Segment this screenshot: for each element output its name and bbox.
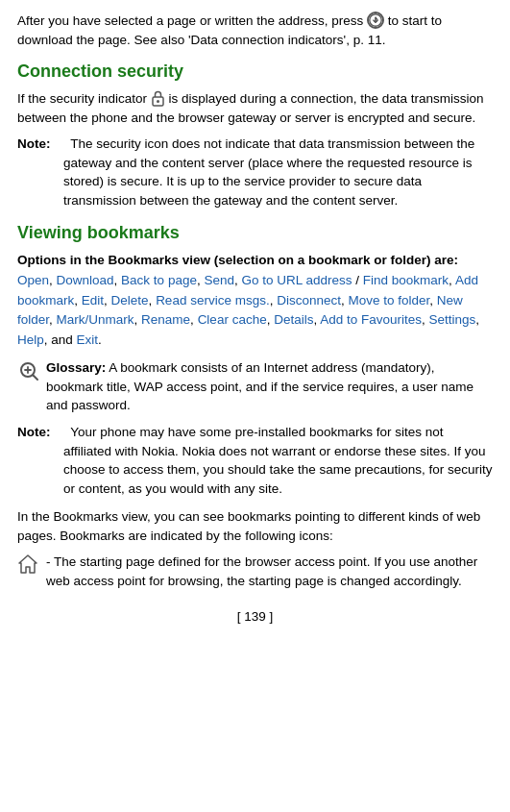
option-find-bookmark[interactable]: Find bookmark [363, 273, 449, 287]
note-content-1: The security icon does not indicate that… [63, 135, 493, 209]
note-bookmarks: Note: Your phone may have some pre-insta… [17, 423, 493, 498]
bookmarks-options: Options in the Bookmarks view (selection… [17, 251, 493, 352]
option-move-to-folder[interactable]: Move to folder [349, 293, 430, 308]
option-go-to-url[interactable]: Go to URL address [241, 273, 352, 287]
option-back-to-page[interactable]: Back to page [121, 273, 197, 287]
home-icon-text: - The starting page defined for the brow… [46, 553, 493, 590]
intro-text-before: After you have selected a page or writte… [17, 13, 367, 28]
option-clear-cache[interactable]: Clear cache [198, 312, 267, 327]
connection-security-body: If the security indicator is displayed d… [17, 89, 493, 127]
option-details[interactable]: Details [274, 312, 313, 327]
option-exit[interactable]: Exit [77, 332, 99, 347]
option-send[interactable]: Send [204, 273, 234, 287]
page-number: [ 139 ] [17, 607, 493, 627]
option-download[interactable]: Download [57, 273, 114, 287]
option-add-favourites[interactable]: Add to Favourites [320, 312, 422, 327]
svg-marker-3 [374, 21, 378, 23]
home-icon [17, 554, 42, 575]
viewing-bookmarks-heading: Viewing bookmarks [17, 220, 493, 245]
option-open[interactable]: Open [17, 273, 49, 287]
connection-security-heading: Connection security [17, 59, 493, 84]
glossary-icon [17, 359, 42, 382]
note-content-2: Your phone may have some pre-installed b… [63, 423, 493, 498]
note-label-1: Note: [17, 135, 63, 154]
option-delete[interactable]: Delete [111, 293, 149, 308]
download-icon [367, 13, 388, 28]
glossary-bold-label: Glossary: [46, 360, 106, 375]
svg-line-7 [34, 376, 38, 381]
lock-icon [151, 91, 169, 106]
options-label: Options in the Bookmarks view (selection… [17, 253, 458, 267]
option-rename[interactable]: Rename [141, 312, 190, 327]
glossary-text: Glossary: A bookmark consists of an Inte… [46, 358, 493, 415]
option-help[interactable]: Help [17, 332, 44, 347]
note-connection-security: Note: The security icon does not indicat… [17, 135, 493, 209]
note-label-2: Note: [17, 423, 63, 442]
option-disconnect[interactable]: Disconnect [277, 293, 341, 308]
svg-marker-10 [19, 555, 36, 573]
svg-point-5 [157, 100, 159, 103]
glossary-block: Glossary: A bookmark consists of an Inte… [17, 358, 493, 415]
option-settings[interactable]: Settings [429, 312, 476, 327]
option-read-service[interactable]: Read service msgs. [156, 293, 270, 308]
body-text-before: If the security indicator [17, 91, 151, 106]
option-mark-unmark[interactable]: Mark/Unmark [57, 312, 134, 327]
in-bookmarks-text: In the Bookmarks view, you can see bookm… [17, 507, 493, 545]
home-icon-block: - The starting page defined for the brow… [17, 553, 493, 590]
intro-paragraph: After you have selected a page or writte… [17, 12, 493, 49]
option-edit[interactable]: Edit [82, 293, 104, 308]
glossary-description: A bookmark consists of an Internet addre… [46, 360, 474, 412]
